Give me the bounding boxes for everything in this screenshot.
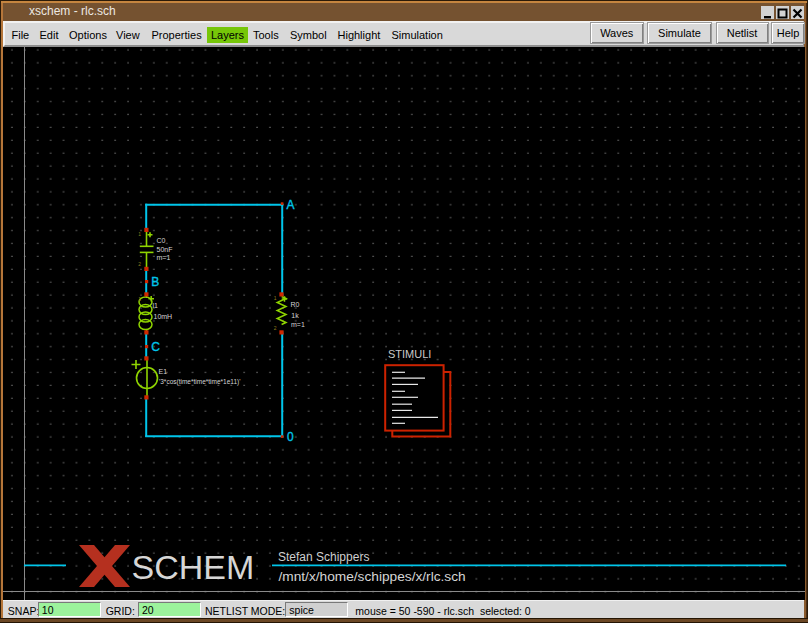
svg-text:STIMULI: STIMULI	[388, 348, 431, 360]
svg-text:R0: R0	[291, 301, 300, 308]
svg-text:l1: l1	[153, 302, 159, 309]
svg-text:A: A	[287, 198, 295, 212]
svg-text:m=1: m=1	[157, 254, 171, 261]
svg-text:1: 1	[138, 296, 141, 302]
svg-text:1: 1	[274, 295, 277, 301]
svg-text:0: 0	[287, 430, 294, 444]
svg-text:Stefan Schippers: Stefan Schippers	[278, 550, 369, 564]
svg-text:10mH: 10mH	[154, 313, 173, 320]
svg-text:SCHEM: SCHEM	[132, 548, 255, 586]
svg-text:m=1: m=1	[291, 321, 305, 328]
svg-text:1: 1	[138, 231, 141, 237]
svg-text:1k: 1k	[291, 312, 299, 319]
svg-text:C: C	[151, 340, 160, 354]
svg-text:C0: C0	[157, 237, 166, 244]
svg-text:2: 2	[274, 325, 277, 331]
svg-text:B: B	[151, 275, 159, 289]
svg-text:E1: E1	[159, 368, 168, 375]
svg-text:50nF: 50nF	[157, 246, 173, 253]
svg-text:'3*cos(time*time*time*1e11)': '3*cos(time*time*time*1e11)'	[159, 378, 240, 386]
svg-text:/mnt/x/home/schippes/x/rlc.sch: /mnt/x/home/schippes/x/rlc.sch	[279, 569, 466, 584]
svg-text:2: 2	[138, 261, 141, 267]
